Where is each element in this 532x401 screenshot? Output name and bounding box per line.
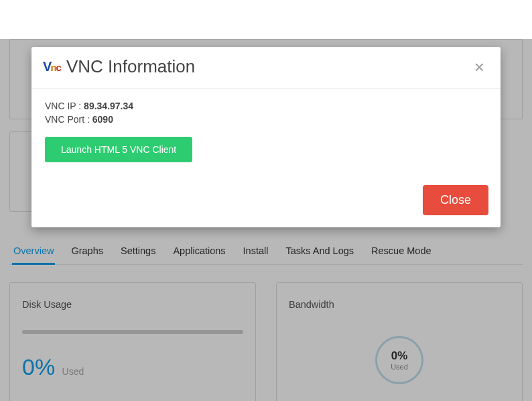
- vnc-info-modal: Vnc VNC Information × VNC IP : 89.34.97.…: [31, 47, 501, 227]
- close-icon[interactable]: ×: [472, 58, 487, 76]
- vnc-ip-line: VNC IP : 89.34.97.34: [45, 101, 487, 111]
- vnc-ip-value: 89.34.97.34: [84, 101, 133, 111]
- vnc-port-value: 6090: [92, 114, 113, 125]
- modal-title: VNC Information: [66, 56, 195, 77]
- launch-vnc-button[interactable]: Launch HTML 5 VNC Client: [45, 137, 192, 162]
- vnc-port-line: VNC Port : 6090: [45, 114, 487, 125]
- vnc-icon: Vnc: [45, 60, 60, 74]
- vnc-port-label: VNC Port :: [45, 114, 92, 125]
- vnc-ip-label: VNC IP :: [45, 101, 84, 111]
- close-button[interactable]: Close: [423, 185, 488, 215]
